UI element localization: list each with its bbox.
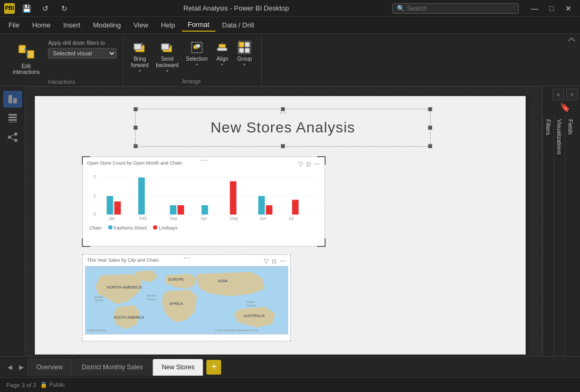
map-handle-tl[interactable] — [82, 254, 90, 262]
svg-text:AUSTRALIA: AUSTRALIA — [244, 314, 265, 318]
svg-text:Pacific: Pacific — [94, 295, 103, 299]
nav-report-view[interactable] — [3, 91, 22, 108]
titlebar: PBI 💾 ↺ ↻ Retail Analysis - Power BI Des… — [0, 0, 580, 17]
apply-drill-label: Apply drill down filters to — [48, 40, 117, 46]
handle-tl[interactable] — [134, 107, 138, 111]
svg-rect-18 — [245, 42, 250, 47]
svg-text:Indian: Indian — [246, 300, 255, 303]
svg-rect-47 — [266, 205, 272, 215]
filters-panel-tab[interactable]: Filters — [543, 115, 554, 356]
menu-format[interactable]: Format — [182, 18, 216, 32]
ribbon-collapse-button[interactable] — [567, 36, 576, 45]
map-visual[interactable]: ⋯ This Year Sales by City and Chain ▽ ⊡ … — [82, 254, 291, 341]
bookmark-icon[interactable]: 🔖 — [559, 101, 571, 113]
minimize-button[interactable]: — — [527, 3, 542, 14]
tab-overview[interactable]: Overview — [27, 359, 72, 376]
map-expand-icon[interactable]: ⊡ — [272, 258, 277, 265]
map-body: NORTH AMERICA SOUTH AMERICA EUROPE AFRIC… — [85, 266, 288, 334]
undo-button[interactable]: ↺ — [38, 3, 53, 14]
nav-data-view[interactable] — [3, 110, 22, 127]
svg-rect-17 — [239, 42, 244, 47]
svg-rect-19 — [239, 48, 244, 53]
right-panel-area: « « 🔖 Filters Visualizations Fields — [542, 87, 580, 356]
chart1-title: Open Store Count by Open Month and Chain — [87, 160, 182, 168]
nav-model-view[interactable] — [3, 129, 22, 146]
tab-new-stores[interactable]: New Stores — [153, 359, 203, 376]
fields-panel-tab[interactable]: Fields — [565, 115, 576, 356]
send-backward-button[interactable]: Send backward ▾ — [153, 38, 182, 75]
map-handle-tr[interactable] — [283, 254, 291, 262]
handle-tr[interactable] — [428, 107, 432, 111]
chart1-body: 2 1 0 — [83, 169, 325, 224]
save-button[interactable]: 💾 — [19, 3, 34, 14]
svg-rect-23 — [13, 98, 17, 103]
apply-drill-dropdown[interactable]: Selected visual — [48, 48, 117, 59]
search-input[interactable] — [407, 5, 512, 12]
close-button[interactable]: ✕ — [561, 3, 576, 14]
svg-point-4 — [26, 53, 28, 55]
redo-button[interactable]: ↻ — [57, 3, 72, 14]
handle-bc[interactable] — [281, 144, 285, 148]
align-button[interactable]: Align ▾ — [212, 38, 233, 69]
prev-tab-button[interactable]: ◀ — [4, 362, 15, 372]
expand-icon[interactable]: ⊡ — [306, 161, 311, 168]
map-filter-icon[interactable]: ▽ — [264, 257, 269, 265]
chart1-handle-br[interactable] — [317, 238, 326, 247]
bar-chart-visual[interactable]: ⋯ Open Store Count by Open Month and Cha… — [82, 157, 325, 246]
selection-icon — [189, 40, 204, 55]
svg-point-28 — [8, 136, 11, 139]
svg-text:© Microsoft Bing: © Microsoft Bing — [87, 329, 106, 332]
handle-ml[interactable] — [134, 126, 138, 130]
collapse-filters-btn[interactable]: « — [553, 89, 564, 100]
handle-mr[interactable] — [428, 126, 432, 130]
svg-text:Ocean: Ocean — [94, 299, 103, 302]
map-handle-br[interactable] — [283, 333, 291, 341]
map-handle-bl[interactable] — [82, 333, 90, 341]
menu-insert[interactable]: Insert — [57, 19, 87, 31]
svg-rect-44 — [202, 205, 208, 215]
chart1-handle-tl[interactable] — [82, 156, 90, 165]
chart1-handle-bl[interactable] — [82, 238, 90, 247]
public-label: 🔒 Public — [40, 381, 65, 388]
next-tab-button[interactable]: ▶ — [16, 362, 26, 372]
svg-text:Jan: Jan — [108, 216, 116, 221]
menu-view[interactable]: View — [127, 19, 155, 31]
maximize-button[interactable]: □ — [544, 3, 559, 14]
legend-fashions: Fashions Direct — [114, 225, 147, 231]
svg-rect-27 — [8, 122, 17, 122]
svg-rect-9 — [161, 44, 169, 50]
svg-rect-25 — [8, 117, 17, 118]
bring-forward-button[interactable]: Bring forward ▾ — [128, 38, 151, 75]
app-title: Retail Analysis - Power BI Desktop — [80, 4, 392, 12]
collapse-vis-btn[interactable]: « — [566, 89, 578, 100]
menu-modeling[interactable]: Modeling — [87, 19, 127, 31]
chart1-handle-tr[interactable] — [317, 156, 326, 165]
svg-rect-26 — [8, 119, 17, 121]
menu-data-drill[interactable]: Data / Drill — [216, 19, 261, 31]
title-text-box[interactable]: New Stores Analysis ⋯ — [135, 109, 431, 147]
menu-home[interactable]: Home — [26, 19, 57, 31]
search-icon: 🔍 — [397, 5, 405, 12]
handle-bl[interactable] — [134, 144, 138, 148]
search-box[interactable]: 🔍 — [392, 3, 519, 14]
add-page-button[interactable]: + — [206, 360, 221, 375]
svg-text:Feb: Feb — [139, 216, 147, 221]
filter-icon[interactable]: ▽ — [298, 160, 303, 168]
tab-district-monthly-sales[interactable]: District Monthly Sales — [73, 359, 151, 376]
ribbon-group-arrange: Bring forward ▾ Send backward ▾ — [126, 36, 262, 86]
canvas-title: New Stores Analysis — [211, 119, 355, 136]
selection-button[interactable]: Selection ▾ — [183, 38, 211, 69]
menu-file[interactable]: File — [2, 19, 26, 31]
visualizations-panel-tab[interactable]: Visualizations — [554, 115, 565, 356]
align-icon — [215, 40, 230, 55]
svg-text:Jun: Jun — [259, 216, 267, 221]
handle-br[interactable] — [428, 144, 432, 148]
svg-rect-24 — [8, 114, 17, 116]
group-button[interactable]: Group ▾ — [234, 38, 255, 69]
arrange-section-label: Arrange — [128, 79, 255, 86]
svg-point-29 — [14, 132, 17, 136]
panel-collapse-buttons: « « 🔖 — [543, 87, 580, 115]
chart1-menu: ⋯ — [200, 156, 207, 165]
menu-help[interactable]: Help — [155, 19, 182, 31]
edit-interactions-button[interactable]: Edit interactions — [6, 38, 46, 79]
